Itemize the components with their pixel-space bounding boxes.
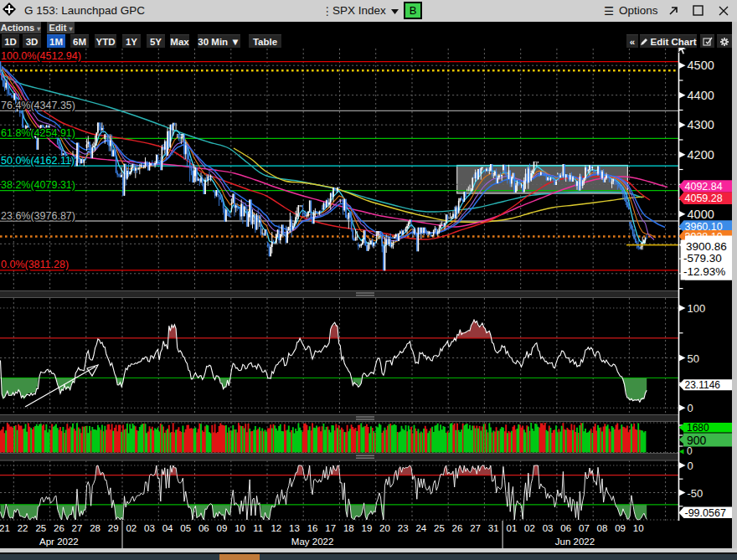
svg-text:-99.0567: -99.0567 [685, 507, 726, 519]
svg-text:16: 16 [307, 523, 318, 533]
svg-text:31: 31 [488, 523, 499, 533]
svg-text:11: 11 [253, 523, 263, 533]
svg-text:26: 26 [452, 523, 463, 533]
svg-text:50.0%(4162.11): 50.0%(4162.11) [1, 155, 75, 167]
svg-text:27: 27 [470, 523, 481, 533]
svg-text:07: 07 [579, 523, 590, 533]
svg-text:02: 02 [524, 523, 535, 533]
svg-text:01: 01 [507, 523, 518, 533]
svg-text:03: 03 [543, 523, 554, 533]
svg-text:27: 27 [72, 523, 83, 533]
svg-text:38.2%(4079.31): 38.2%(4079.31) [1, 179, 75, 191]
svg-text:08: 08 [597, 523, 608, 533]
svg-text:0: 0 [688, 402, 693, 414]
svg-text:61.8%(4254.91): 61.8%(4254.91) [1, 127, 75, 139]
svg-text:21: 21 [0, 523, 10, 533]
svg-text:25: 25 [434, 523, 445, 533]
svg-text:10: 10 [234, 523, 245, 533]
svg-text:-579.30: -579.30 [683, 252, 722, 265]
svg-text:May 2022: May 2022 [291, 537, 334, 547]
svg-text:-12.93%: -12.93% [683, 265, 725, 278]
svg-text:09: 09 [217, 523, 228, 533]
svg-text:Apr 2022: Apr 2022 [39, 537, 79, 547]
svg-text:4500: 4500 [688, 59, 714, 72]
svg-text:06: 06 [560, 523, 571, 533]
svg-text:4000: 4000 [688, 208, 714, 221]
svg-text:100.0%(4512.94): 100.0%(4512.94) [1, 50, 81, 62]
svg-text:4200: 4200 [688, 148, 714, 162]
svg-text:4059.28: 4059.28 [685, 193, 723, 204]
svg-text:03: 03 [144, 523, 155, 533]
svg-text:20: 20 [379, 523, 390, 533]
svg-text:02: 02 [126, 523, 137, 533]
svg-text:10: 10 [633, 523, 644, 533]
svg-text:24: 24 [415, 523, 426, 533]
svg-text:26: 26 [54, 523, 64, 533]
svg-text:12: 12 [271, 523, 281, 533]
svg-text:25: 25 [35, 523, 46, 533]
svg-text:50: 50 [688, 352, 699, 365]
svg-text:4400: 4400 [688, 89, 714, 102]
svg-text:28: 28 [90, 523, 100, 533]
svg-text:3900.86: 3900.86 [686, 240, 727, 253]
svg-text:-50: -50 [688, 487, 704, 500]
svg-text:76.4%(4347.35): 76.4%(4347.35) [1, 100, 75, 111]
svg-text:23: 23 [398, 523, 409, 533]
svg-text:1680: 1680 [687, 422, 709, 434]
svg-text:0: 0 [688, 460, 693, 472]
svg-text:23.1146: 23.1146 [685, 379, 721, 391]
svg-text:29: 29 [108, 523, 119, 533]
svg-text:100: 100 [688, 302, 706, 315]
svg-text:17: 17 [325, 523, 336, 533]
svg-text:18: 18 [343, 523, 354, 533]
svg-text:05: 05 [180, 523, 191, 533]
svg-text:19: 19 [362, 523, 373, 533]
svg-text:0: 0 [687, 445, 693, 457]
svg-text:4092.84: 4092.84 [685, 181, 723, 193]
svg-text:13: 13 [289, 523, 300, 533]
svg-text:4300: 4300 [688, 118, 714, 131]
svg-text:04: 04 [162, 523, 173, 533]
svg-text:23.6%(3976.87): 23.6%(3976.87) [1, 210, 75, 222]
svg-text:Jun 2022: Jun 2022 [555, 537, 595, 547]
svg-text:0.0%(3811.28): 0.0%(3811.28) [1, 259, 69, 270]
svg-text:06: 06 [198, 523, 209, 533]
svg-text:09: 09 [615, 523, 626, 533]
svg-text:22: 22 [18, 523, 28, 533]
